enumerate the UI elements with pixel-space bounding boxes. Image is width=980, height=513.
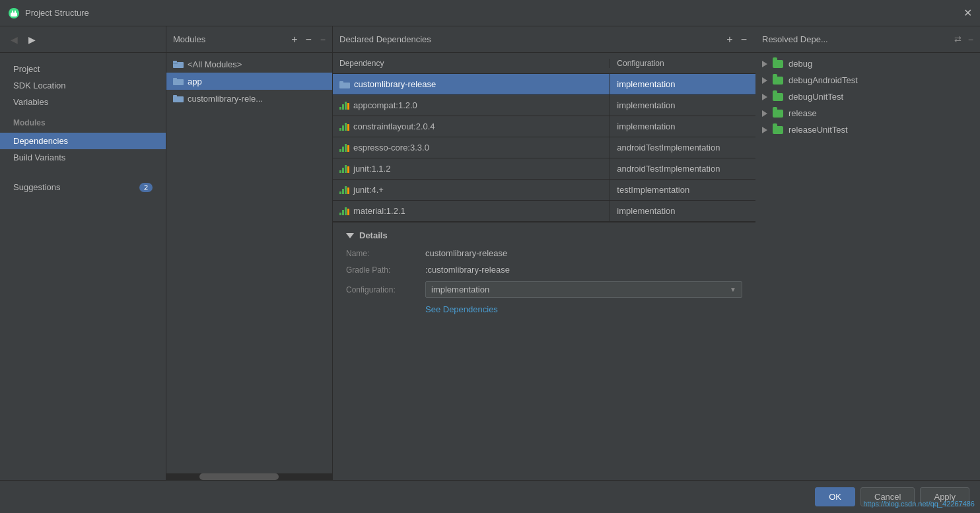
modules-remove-button[interactable]: − [303,34,313,46]
dep-name-espresso: espresso-core:3.3.0 [333,137,610,158]
project-structure-window: Project Structure ✕ ◀ ▶ Project SDK Loca… [0,0,980,513]
modules-pane-controls: + − − [289,34,326,46]
resolved-item-release[interactable]: release [755,105,980,121]
resolved-item-debugunittest[interactable]: debugUnitTest [755,88,980,105]
dep-name-constraintlayout: constraintlayout:2.0.4 [333,116,610,137]
sidebar-item-build-variants[interactable]: Build Variants [0,149,166,166]
module-item-app[interactable]: app [166,73,332,90]
modules-add-button[interactable]: + [289,34,299,46]
module-item-customlibrary[interactable]: customlibrary-rele... [166,90,332,107]
svg-rect-3 [15,11,16,13]
details-title: Details [359,230,388,240]
dep-row-espresso[interactable]: espresso-core:3.3.0 androidTestImplement… [333,137,755,158]
detail-gradle-label: Gradle Path: [346,265,425,275]
back-arrow[interactable]: ◀ [8,33,20,46]
deps-remove-button[interactable]: − [739,34,749,46]
detail-row-name: Name: customlibrary-release [346,248,742,258]
dep-row-material[interactable]: material:1.2.1 implementation [333,201,755,222]
config-select-dropdown[interactable]: implementation ▼ [425,281,742,298]
detail-gradle-value: :customlibrary-release [425,265,510,275]
modules-list: <All Modules> app cu [166,53,332,473]
ok-button[interactable]: OK [815,487,855,506]
play-arrow-releaseunittest [762,127,767,133]
play-arrow-debugunittest [762,94,767,100]
see-deps-link[interactable]: See Dependencies [425,304,742,314]
dep-name-junit1: junit:1.1.2 [333,158,610,179]
deps-table: Dependency Configuration customlibrary-r… [333,53,755,480]
main-content: ◀ ▶ Project SDK Location Variables Modul… [0,26,980,480]
resolved-collapse-button[interactable]: − [968,34,973,45]
split-view: Modules + − − <All Modules> [166,26,980,480]
bottom-bar: OK Cancel Apply https://blog.csdn.net/qq… [0,480,980,513]
resolved-item-debug[interactable]: debug [755,55,980,72]
deps-add-button[interactable]: + [724,34,734,46]
detail-row-gradle-path: Gradle Path: :customlibrary-release [346,265,742,275]
left-sidebar: ◀ ▶ Project SDK Location Variables Modul… [0,26,166,480]
bar-icon-constraintlayout [339,123,349,131]
detail-config-label: Configuration: [346,285,425,294]
bar-icon-material [339,207,349,215]
resolved-label-debugunittest: debugUnitTest [788,92,843,102]
svg-rect-6 [173,61,177,63]
svg-rect-12 [339,81,343,83]
col-header-conf: Configuration [610,59,755,68]
resolved-item-releaseunittest[interactable]: releaseUnitTest [755,121,980,138]
dropdown-arrow-icon: ▼ [730,286,736,293]
svg-rect-9 [173,96,184,102]
resolved-panel: Resolved Depe... ⇄ − debug [755,26,980,480]
resolved-label-debug: debug [788,59,812,69]
svg-rect-10 [173,95,177,97]
modules-pane: Modules + − − <All Modules> [166,26,333,480]
resolved-sort-icon[interactable]: ⇄ [954,34,962,44]
forward-arrow[interactable]: ▶ [26,33,38,46]
dep-row-customlibrary-release[interactable]: customlibrary-release implementation [333,74,755,95]
folder-icon-customlibrary [173,93,184,104]
modules-scrollbar[interactable] [166,473,332,480]
detail-name-label: Name: [346,249,425,258]
dep-conf-appcompat: implementation [610,100,755,110]
folder-icon-app [173,76,184,86]
bar-icon-junit4 [339,186,349,194]
bar-icon-junit1 [339,165,349,173]
close-button[interactable]: ✕ [963,7,972,19]
modules-collapse-button[interactable]: − [320,34,326,45]
details-header[interactable]: Details [346,230,742,240]
dep-conf-customlibrary-release: implementation [610,79,755,89]
modules-pane-title: Modules [173,34,205,44]
module-item-all[interactable]: <All Modules> [166,55,332,73]
dep-row-junit1[interactable]: junit:1.1.2 androidTestImplementation [333,158,755,180]
android-icon [8,7,20,19]
svg-rect-1 [11,13,17,17]
dep-conf-constraintlayout: implementation [610,121,755,131]
window-title: Project Structure [25,8,89,18]
sidebar-item-project[interactable]: Project [0,61,166,77]
resolved-item-debugandroidtest[interactable]: debugAndroidTest [755,72,980,88]
dep-name-customlibrary-release: customlibrary-release [333,74,610,94]
play-arrow-debug [762,61,767,67]
dep-icon-customlibrary-release [339,81,350,88]
module-label-customlibrary: customlibrary-rele... [188,94,263,104]
sidebar-item-dependencies[interactable]: Dependencies [0,133,166,149]
sidebar-item-suggestions[interactable]: Suggestions 2 [0,179,166,195]
dep-name-junit4: junit:4.+ [333,180,610,200]
sidebar-item-sdk[interactable]: SDK Location [0,77,166,94]
bottom-link: https://blog.csdn.net/qq_42267486 [863,500,975,508]
folder-icon-all [173,59,184,69]
dep-row-junit4[interactable]: junit:4.+ testImplementation [333,180,755,201]
bar-icon-espresso [339,144,349,152]
svg-rect-8 [173,78,177,80]
svg-rect-11 [339,83,350,88]
suggestions-badge: 2 [139,183,153,192]
play-arrow-release [762,110,767,117]
title-bar: Project Structure ✕ [0,0,980,26]
bar-icon-appcompat [339,102,349,110]
modules-group-label: Modules [0,113,166,130]
modules-scrollbar-thumb [199,473,279,480]
dep-row-constraintlayout[interactable]: constraintlayout:2.0.4 implementation [333,116,755,137]
nav-arrows: ◀ ▶ [0,26,166,53]
folder-icon-debugandroidtest [773,77,783,85]
sidebar-item-variables[interactable]: Variables [0,94,166,110]
suggestions-section: Suggestions 2 [0,179,166,195]
dep-row-appcompat[interactable]: appcompat:1.2.0 implementation [333,95,755,116]
folder-icon-release [773,110,783,118]
